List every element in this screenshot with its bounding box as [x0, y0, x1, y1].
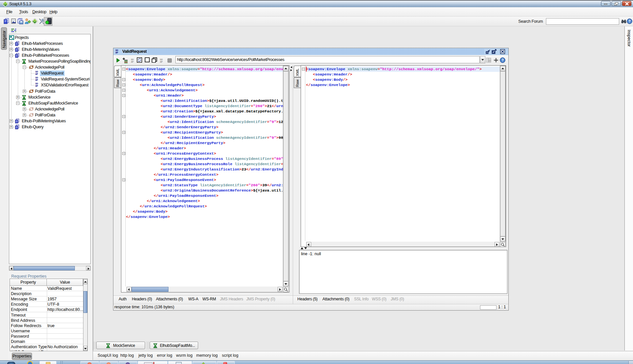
- svg-text:?: ?: [501, 58, 503, 62]
- svg-text:?: ?: [628, 19, 630, 23]
